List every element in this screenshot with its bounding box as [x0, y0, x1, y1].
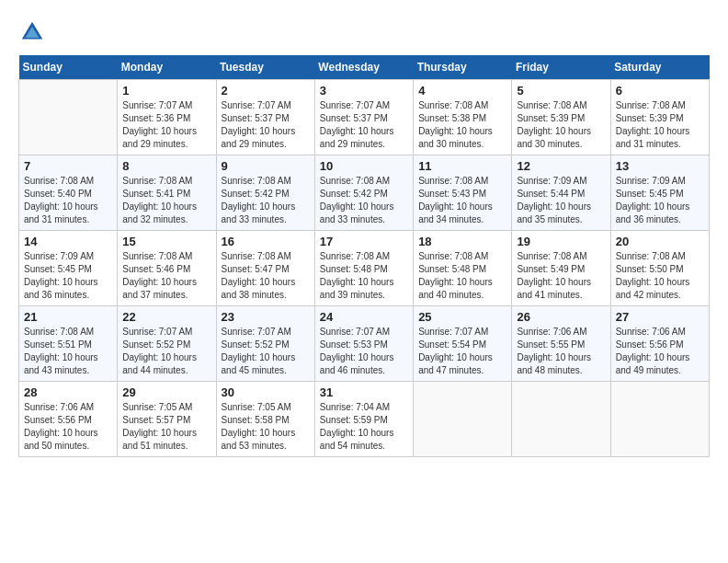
day-number: 12 [517, 159, 605, 173]
calendar-cell [512, 382, 610, 457]
weekday-header-wednesday: Wednesday [314, 55, 413, 80]
day-info: Sunrise: 7:08 AMSunset: 5:49 PMDaylight:… [517, 250, 605, 302]
day-number: 14 [24, 235, 112, 248]
weekday-header-thursday: Thursday [414, 55, 512, 80]
weekday-header-saturday: Saturday [610, 55, 709, 80]
page-header [18, 18, 710, 46]
day-number: 18 [418, 235, 506, 248]
weekday-header-monday: Monday [118, 55, 216, 80]
day-info: Sunrise: 7:07 AMSunset: 5:53 PMDaylight:… [320, 326, 408, 377]
day-number: 28 [24, 385, 112, 399]
day-info: Sunrise: 7:04 AMSunset: 5:59 PMDaylight:… [320, 401, 408, 453]
calendar-cell: 23Sunrise: 7:07 AMSunset: 5:52 PMDayligh… [216, 306, 314, 382]
day-info: Sunrise: 7:08 AMSunset: 5:39 PMDaylight:… [517, 99, 605, 151]
calendar-table: SundayMondayTuesdayWednesdayThursdayFrid… [18, 55, 710, 457]
calendar-cell: 9Sunrise: 7:08 AMSunset: 5:42 PMDaylight… [216, 155, 314, 231]
day-number: 6 [616, 84, 704, 98]
day-info: Sunrise: 7:06 AMSunset: 5:56 PMDaylight:… [616, 326, 704, 377]
day-number: 7 [24, 159, 112, 173]
day-number: 8 [122, 159, 210, 173]
calendar-cell [19, 80, 118, 155]
day-number: 10 [320, 159, 408, 173]
calendar-cell: 26Sunrise: 7:06 AMSunset: 5:55 PMDayligh… [512, 306, 610, 382]
day-number: 31 [320, 385, 408, 399]
day-info: Sunrise: 7:06 AMSunset: 5:56 PMDaylight:… [24, 401, 112, 453]
day-number: 17 [320, 235, 408, 248]
day-info: Sunrise: 7:08 AMSunset: 5:51 PMDaylight:… [24, 326, 112, 377]
calendar-cell: 2Sunrise: 7:07 AMSunset: 5:37 PMDaylight… [216, 80, 314, 155]
day-info: Sunrise: 7:08 AMSunset: 5:46 PMDaylight:… [122, 250, 210, 302]
calendar-cell: 4Sunrise: 7:08 AMSunset: 5:38 PMDaylight… [414, 80, 512, 155]
calendar-cell: 30Sunrise: 7:05 AMSunset: 5:58 PMDayligh… [216, 382, 314, 457]
calendar-cell: 11Sunrise: 7:08 AMSunset: 5:43 PMDayligh… [414, 155, 512, 231]
calendar-cell: 6Sunrise: 7:08 AMSunset: 5:39 PMDaylight… [610, 80, 709, 155]
logo-icon [18, 18, 46, 46]
day-number: 27 [616, 310, 704, 324]
weekday-header-tuesday: Tuesday [216, 55, 314, 80]
calendar-cell: 27Sunrise: 7:06 AMSunset: 5:56 PMDayligh… [610, 306, 709, 382]
day-info: Sunrise: 7:05 AMSunset: 5:57 PMDaylight:… [122, 401, 210, 453]
calendar-cell: 14Sunrise: 7:09 AMSunset: 5:45 PMDayligh… [19, 231, 118, 306]
calendar-cell: 8Sunrise: 7:08 AMSunset: 5:41 PMDaylight… [118, 155, 216, 231]
day-number: 2 [222, 84, 310, 98]
calendar-cell: 5Sunrise: 7:08 AMSunset: 5:39 PMDaylight… [512, 80, 610, 155]
day-number: 21 [24, 310, 112, 324]
day-info: Sunrise: 7:07 AMSunset: 5:36 PMDaylight:… [122, 99, 210, 151]
day-info: Sunrise: 7:09 AMSunset: 5:45 PMDaylight:… [616, 175, 704, 226]
day-info: Sunrise: 7:05 AMSunset: 5:58 PMDaylight:… [222, 401, 310, 453]
day-info: Sunrise: 7:09 AMSunset: 5:44 PMDaylight:… [517, 175, 605, 226]
calendar-cell: 24Sunrise: 7:07 AMSunset: 5:53 PMDayligh… [314, 306, 413, 382]
calendar-cell: 3Sunrise: 7:07 AMSunset: 5:37 PMDaylight… [314, 80, 413, 155]
day-number: 13 [616, 159, 704, 173]
day-number: 4 [418, 84, 506, 98]
calendar-cell: 19Sunrise: 7:08 AMSunset: 5:49 PMDayligh… [512, 231, 610, 306]
day-number: 26 [517, 310, 605, 324]
calendar-cell: 17Sunrise: 7:08 AMSunset: 5:48 PMDayligh… [314, 231, 413, 306]
day-number: 20 [616, 235, 704, 248]
calendar-cell: 31Sunrise: 7:04 AMSunset: 5:59 PMDayligh… [314, 382, 413, 457]
day-number: 24 [320, 310, 408, 324]
calendar-cell: 28Sunrise: 7:06 AMSunset: 5:56 PMDayligh… [19, 382, 118, 457]
calendar-cell: 22Sunrise: 7:07 AMSunset: 5:52 PMDayligh… [118, 306, 216, 382]
day-info: Sunrise: 7:09 AMSunset: 5:45 PMDaylight:… [24, 250, 112, 302]
day-info: Sunrise: 7:08 AMSunset: 5:38 PMDaylight:… [418, 99, 506, 151]
day-info: Sunrise: 7:07 AMSunset: 5:37 PMDaylight:… [320, 99, 408, 151]
day-number: 9 [222, 159, 310, 173]
day-info: Sunrise: 7:08 AMSunset: 5:50 PMDaylight:… [616, 250, 704, 302]
day-number: 16 [222, 235, 310, 248]
calendar-cell: 25Sunrise: 7:07 AMSunset: 5:54 PMDayligh… [414, 306, 512, 382]
day-info: Sunrise: 7:08 AMSunset: 5:40 PMDaylight:… [24, 175, 112, 226]
day-info: Sunrise: 7:08 AMSunset: 5:39 PMDaylight:… [616, 99, 704, 151]
weekday-header-sunday: Sunday [19, 55, 118, 80]
calendar-cell: 18Sunrise: 7:08 AMSunset: 5:48 PMDayligh… [414, 231, 512, 306]
weekday-header-friday: Friday [512, 55, 610, 80]
day-number: 30 [222, 385, 310, 399]
calendar-cell: 12Sunrise: 7:09 AMSunset: 5:44 PMDayligh… [512, 155, 610, 231]
calendar-cell: 15Sunrise: 7:08 AMSunset: 5:46 PMDayligh… [118, 231, 216, 306]
day-info: Sunrise: 7:06 AMSunset: 5:55 PMDaylight:… [517, 326, 605, 377]
day-number: 23 [222, 310, 310, 324]
calendar-cell: 7Sunrise: 7:08 AMSunset: 5:40 PMDaylight… [19, 155, 118, 231]
day-number: 11 [418, 159, 506, 173]
calendar-cell [414, 382, 512, 457]
day-number: 29 [122, 385, 210, 399]
calendar-cell: 29Sunrise: 7:05 AMSunset: 5:57 PMDayligh… [118, 382, 216, 457]
day-number: 5 [517, 84, 605, 98]
calendar-cell: 21Sunrise: 7:08 AMSunset: 5:51 PMDayligh… [19, 306, 118, 382]
calendar-cell: 16Sunrise: 7:08 AMSunset: 5:47 PMDayligh… [216, 231, 314, 306]
day-number: 1 [122, 84, 210, 98]
day-number: 19 [517, 235, 605, 248]
day-number: 15 [122, 235, 210, 248]
day-info: Sunrise: 7:08 AMSunset: 5:42 PMDaylight:… [320, 175, 408, 226]
calendar-cell: 1Sunrise: 7:07 AMSunset: 5:36 PMDaylight… [118, 80, 216, 155]
day-info: Sunrise: 7:08 AMSunset: 5:41 PMDaylight:… [122, 175, 210, 226]
day-number: 25 [418, 310, 506, 324]
day-info: Sunrise: 7:08 AMSunset: 5:42 PMDaylight:… [222, 175, 310, 226]
day-info: Sunrise: 7:08 AMSunset: 5:48 PMDaylight:… [418, 250, 506, 302]
day-info: Sunrise: 7:07 AMSunset: 5:37 PMDaylight:… [222, 99, 310, 151]
day-info: Sunrise: 7:08 AMSunset: 5:47 PMDaylight:… [222, 250, 310, 302]
day-info: Sunrise: 7:07 AMSunset: 5:52 PMDaylight:… [222, 326, 310, 377]
calendar-cell [610, 382, 709, 457]
calendar-cell: 13Sunrise: 7:09 AMSunset: 5:45 PMDayligh… [610, 155, 709, 231]
day-info: Sunrise: 7:07 AMSunset: 5:52 PMDaylight:… [122, 326, 210, 377]
